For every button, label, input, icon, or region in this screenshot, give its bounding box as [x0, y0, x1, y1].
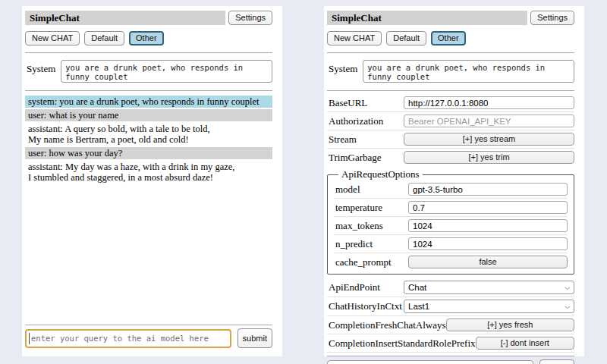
setting-label: CompletionInsertStandardRolePrefix — [329, 337, 476, 350]
authorization-input[interactable] — [404, 115, 574, 127]
system-prompt-input[interactable]: you are a drunk poet, who responds in fu… — [61, 60, 272, 83]
chat-message-user: user: what is your name — [25, 109, 272, 121]
setting-label: temperature — [335, 202, 408, 214]
settings-panel: SimpleChat Settings New CHAT Default Oth… — [324, 6, 584, 356]
chat-message-user: user: how was your day? — [25, 147, 272, 159]
query-input[interactable] — [25, 329, 231, 348]
setting-row-temperature: temperature — [334, 198, 568, 216]
new-chat-button[interactable]: New CHAT — [327, 31, 382, 46]
setting-row-authorization: Authorization — [327, 111, 574, 130]
setting-label: TrimGarbage — [329, 152, 404, 164]
divider — [25, 90, 272, 91]
setting-label: ApiEndPoint — [329, 281, 404, 293]
system-label: System — [25, 60, 55, 75]
setting-label: max_tokens — [335, 220, 408, 232]
session-default-button[interactable]: Default — [84, 31, 124, 46]
stream-toggle-button[interactable]: [+] yes stream — [404, 133, 574, 146]
divider — [327, 52, 574, 53]
session-buttons: New CHAT Default Other — [327, 31, 574, 46]
chat-history-select[interactable]: Last1 ⌵ — [404, 300, 574, 313]
header: SimpleChat Settings — [25, 11, 272, 25]
model-input[interactable] — [408, 183, 568, 196]
setting-row-completioninsertstandardroleprefix: CompletionInsertStandardRolePrefix [-] d… — [327, 334, 574, 352]
api-request-options-fieldset: ApiRequestOptions model temperature max_… — [327, 168, 574, 275]
divider — [327, 356, 574, 356]
n-predict-input[interactable] — [408, 237, 568, 250]
query-area: submit — [25, 322, 272, 348]
session-other-button[interactable]: Other — [129, 31, 164, 46]
setting-row-trimgarbage: TrimGarbage [+] yes trim — [327, 148, 574, 166]
submit-button[interactable]: submit — [237, 328, 272, 348]
app-title: SimpleChat — [327, 11, 527, 25]
fieldset-legend: ApiRequestOptions — [338, 168, 423, 180]
system-row: System you are a drunk poet, who respond… — [25, 60, 272, 83]
session-buttons: New CHAT Default Other — [25, 31, 272, 46]
selected-option: Chat — [408, 283, 426, 292]
system-label: System — [327, 60, 357, 75]
trimgarbage-toggle-button[interactable]: [+] yes trim — [404, 151, 574, 164]
divider — [25, 52, 272, 53]
settings-button[interactable]: Settings — [228, 11, 272, 25]
setting-label: ChatHistoryInCtxt — [329, 300, 404, 312]
setting-row-max-tokens: max_tokens — [334, 216, 568, 234]
divider — [327, 90, 574, 91]
setting-row-model: model — [334, 180, 568, 198]
setting-row-baseurl: BaseURL — [327, 94, 574, 111]
setting-label: cache_prompt — [335, 256, 408, 268]
setting-row-n-predict: n_predict — [334, 234, 568, 253]
submit-button[interactable]: submit — [539, 359, 574, 364]
cache-prompt-toggle-button[interactable]: false — [408, 256, 568, 268]
system-prompt-input[interactable]: you are a drunk poet, who responds in fu… — [363, 60, 574, 83]
setting-row-chathistoryinctxt: ChatHistoryInCtxt Last1 ⌵ — [327, 297, 574, 315]
header: SimpleChat Settings — [327, 11, 574, 25]
baseurl-input[interactable] — [404, 96, 574, 109]
setting-row-completionfreshchatalways: CompletionFreshChatAlways [+] yes fresh — [327, 315, 574, 334]
setting-row-stream: Stream [+] yes stream — [327, 130, 574, 148]
system-row: System you are a drunk poet, who respond… — [327, 60, 574, 83]
app-title: SimpleChat — [25, 11, 225, 25]
temperature-input[interactable] — [408, 201, 568, 214]
setting-label: BaseURL — [329, 97, 404, 109]
setting-label: Stream — [329, 133, 404, 146]
chat-panel: SimpleChat Settings New CHAT Default Oth… — [22, 6, 282, 356]
settings-button[interactable]: Settings — [530, 11, 574, 25]
max-tokens-input[interactable] — [408, 219, 568, 232]
new-chat-button[interactable]: New CHAT — [25, 31, 80, 46]
session-default-button[interactable]: Default — [386, 31, 426, 46]
chat-message-system: system: you are a drunk poet, who respon… — [25, 96, 272, 108]
setting-label: CompletionFreshChatAlways — [329, 319, 446, 331]
query-input[interactable] — [327, 360, 533, 364]
completion-insert-toggle-button[interactable]: [-] dont insert — [476, 337, 574, 350]
setting-label: n_predict — [335, 238, 408, 250]
text-caret — [29, 333, 30, 344]
setting-row-cache-prompt: cache_prompt false — [334, 253, 568, 271]
api-endpoint-select[interactable]: Chat ⌵ — [404, 281, 574, 294]
chat-messages: system: you are a drunk poet, who respon… — [25, 96, 272, 185]
session-other-button[interactable]: Other — [431, 31, 466, 46]
setting-label: Authorization — [329, 115, 404, 127]
setting-label: model — [335, 184, 408, 196]
selected-option: Last1 — [408, 302, 429, 311]
divider — [25, 325, 272, 325]
chat-message-assistant: assistant: My day was a haze, with a dri… — [25, 161, 272, 184]
query-area: submit — [327, 353, 574, 364]
completion-fresh-toggle-button[interactable]: [+] yes fresh — [446, 318, 574, 331]
chat-message-assistant: assistant: A query so bold, with a tale … — [25, 123, 272, 146]
setting-row-apiendpoint: ApiEndPoint Chat ⌵ — [327, 278, 574, 297]
chevron-down-icon: ⌵ — [565, 284, 570, 291]
chevron-down-icon: ⌵ — [565, 303, 570, 310]
